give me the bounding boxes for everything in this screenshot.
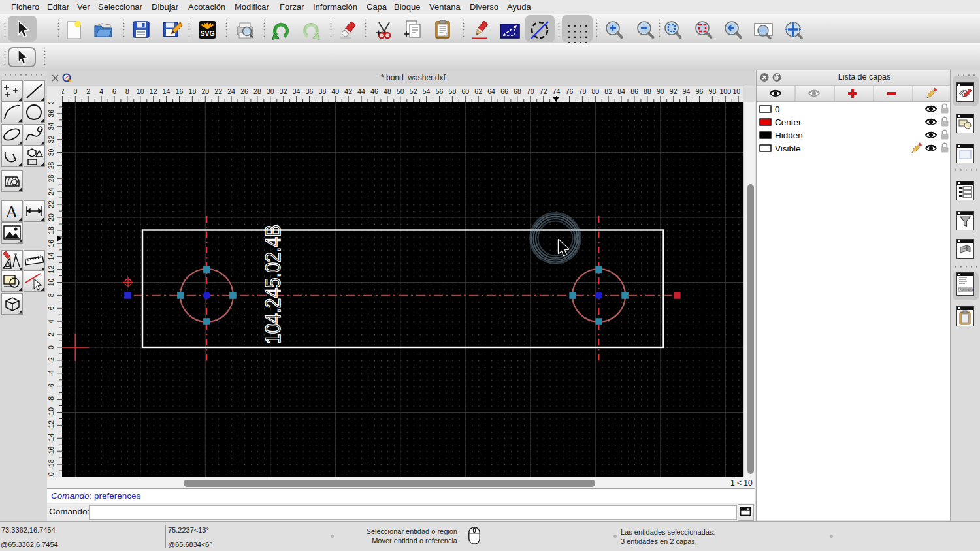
svg-text:26: 26 <box>240 87 248 95</box>
svg-text:-12: -12 <box>47 420 55 430</box>
svg-text:20: 20 <box>47 213 55 221</box>
svg-text:100: 100 <box>720 87 732 95</box>
svg-text:82: 82 <box>604 87 612 95</box>
svg-text:A: A <box>6 202 18 221</box>
svg-text:98: 98 <box>709 87 717 95</box>
svg-text:92: 92 <box>670 87 678 95</box>
svg-text:-20: -20 <box>47 472 55 477</box>
svg-text:-18: -18 <box>47 459 55 469</box>
svg-text:30: 30 <box>267 87 274 95</box>
svg-text:34: 34 <box>293 87 301 95</box>
svg-text:12: 12 <box>150 87 157 95</box>
svg-text:72: 72 <box>540 87 547 95</box>
svg-text:22: 22 <box>214 87 222 95</box>
svg-text:6: 6 <box>112 87 116 95</box>
svg-text:20: 20 <box>201 87 209 95</box>
svg-text:6: 6 <box>47 306 55 310</box>
svg-text:48: 48 <box>384 87 391 95</box>
svg-text:0: 0 <box>47 345 55 349</box>
svg-text:62: 62 <box>474 87 482 95</box>
svg-text:104.245.02.4B: 104.245.02.4B <box>260 225 285 344</box>
svg-text:-16: -16 <box>47 446 55 456</box>
svg-text:26: 26 <box>47 174 55 182</box>
svg-text:42: 42 <box>344 87 352 95</box>
svg-text:16: 16 <box>47 240 55 247</box>
svg-text:32: 32 <box>47 136 55 144</box>
svg-text:88: 88 <box>644 87 651 95</box>
svg-text:4: 4 <box>47 319 55 323</box>
svg-text:14: 14 <box>163 87 171 95</box>
svg-text:-8: -8 <box>47 396 55 402</box>
svg-text:80: 80 <box>591 87 599 95</box>
svg-text:78: 78 <box>579 87 587 95</box>
svg-text:-2: -2 <box>47 357 55 363</box>
svg-text:36: 36 <box>306 87 314 95</box>
svg-text:70: 70 <box>527 87 534 95</box>
svg-text:28: 28 <box>47 161 55 169</box>
svg-text:38: 38 <box>47 102 55 104</box>
svg-text:86: 86 <box>630 87 638 95</box>
svg-text:command: command <box>960 289 973 292</box>
svg-text:2: 2 <box>47 332 55 336</box>
svg-text:66: 66 <box>500 87 508 95</box>
svg-text:90: 90 <box>657 87 664 95</box>
svg-text:-14: -14 <box>47 433 55 443</box>
svg-text:22: 22 <box>47 200 55 208</box>
svg-text:Visible: Visible <box>775 144 801 153</box>
svg-text:96: 96 <box>696 87 704 95</box>
svg-text:18: 18 <box>47 227 55 234</box>
svg-text:58: 58 <box>449 87 457 95</box>
svg-text:0: 0 <box>73 87 77 95</box>
svg-text:28: 28 <box>253 87 261 95</box>
svg-text:Hidden: Hidden <box>775 131 803 140</box>
svg-text:2: 2 <box>86 87 90 95</box>
svg-text:60: 60 <box>461 87 469 95</box>
svg-text:-4: -4 <box>47 370 55 376</box>
svg-text:14: 14 <box>47 253 55 260</box>
svg-text:54: 54 <box>423 87 431 95</box>
svg-text:40: 40 <box>331 87 339 95</box>
svg-text:34: 34 <box>47 123 55 131</box>
svg-text:8: 8 <box>47 293 55 297</box>
svg-text:52: 52 <box>410 87 417 95</box>
svg-text:64: 64 <box>487 87 495 95</box>
svg-text:94: 94 <box>683 87 691 95</box>
svg-text:0: 0 <box>775 104 780 114</box>
svg-text:18: 18 <box>189 87 197 95</box>
svg-text:50: 50 <box>397 87 404 95</box>
svg-text:24: 24 <box>47 187 55 195</box>
svg-text:56: 56 <box>436 87 444 95</box>
svg-text:4: 4 <box>99 87 103 95</box>
svg-text:36: 36 <box>47 110 55 118</box>
svg-text:84: 84 <box>617 87 625 95</box>
svg-text:Center: Center <box>775 118 802 127</box>
svg-text:102: 102 <box>732 87 740 95</box>
svg-text:74: 74 <box>553 87 561 95</box>
svg-text:8: 8 <box>125 87 129 95</box>
svg-text:24: 24 <box>227 87 235 95</box>
svg-text:46: 46 <box>370 87 378 95</box>
svg-text:-10: -10 <box>47 407 55 417</box>
svg-text:38: 38 <box>319 87 327 95</box>
svg-text:32: 32 <box>280 87 287 95</box>
svg-text:-6: -6 <box>47 383 55 389</box>
svg-text:SVG: SVG <box>200 29 214 37</box>
svg-text:30: 30 <box>47 149 55 157</box>
svg-text:2: 2 <box>62 87 64 95</box>
svg-text:12: 12 <box>47 266 55 274</box>
svg-text:16: 16 <box>176 87 184 95</box>
svg-text:10: 10 <box>47 279 55 287</box>
svg-text:44: 44 <box>357 87 365 95</box>
svg-text:10: 10 <box>137 87 144 95</box>
svg-text:76: 76 <box>566 87 574 95</box>
svg-text:68: 68 <box>514 87 521 95</box>
